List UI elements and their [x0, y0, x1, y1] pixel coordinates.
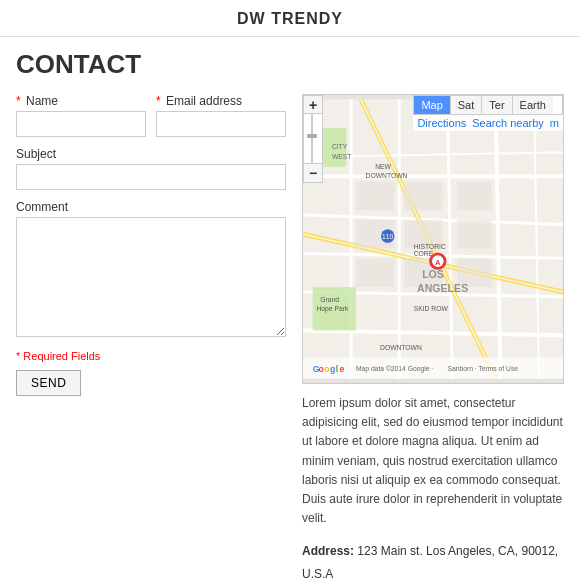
contact-form: * Name * Email address Subject: [16, 94, 286, 582]
svg-text:l: l: [336, 364, 338, 374]
more-link[interactable]: m: [550, 117, 559, 129]
name-input[interactable]: [16, 111, 146, 137]
contact-details: Address: 123 Main st. Los Angeles, CA, 9…: [302, 540, 564, 582]
map-type-buttons: Map Sat Ter Earth: [413, 95, 563, 115]
name-group: * Name: [16, 94, 146, 137]
name-required-star: *: [16, 94, 21, 108]
zoom-in-button[interactable]: +: [304, 96, 322, 114]
svg-text:o: o: [318, 364, 323, 374]
subject-input[interactable]: [16, 164, 286, 190]
svg-rect-23: [457, 181, 492, 210]
svg-rect-17: [356, 181, 395, 210]
svg-text:o: o: [324, 364, 329, 374]
subject-row: Subject: [16, 147, 286, 190]
map-container: LOS ANGELES CITY WEST NEW DOWNTOWN HISTO…: [302, 94, 564, 384]
two-column-layout: * Name * Email address Subject: [16, 94, 564, 582]
svg-rect-21: [356, 258, 395, 287]
svg-text:Map data ©2014 Google ·: Map data ©2014 Google ·: [356, 365, 433, 373]
map-type-map-button[interactable]: Map: [414, 96, 450, 114]
svg-text:Sanborn · Terms of Use: Sanborn · Terms of Use: [447, 365, 518, 372]
svg-text:HISTORIC: HISTORIC: [414, 243, 446, 250]
svg-text:110: 110: [382, 233, 393, 240]
map-toolbar: Map Sat Ter Earth Directions Search near…: [413, 95, 563, 131]
svg-text:A: A: [435, 258, 441, 267]
address-label: Address:: [302, 544, 354, 558]
address-row: Address: 123 Main st. Los Angeles, CA, 9…: [302, 540, 564, 582]
svg-text:g: g: [330, 364, 335, 374]
svg-text:ANGELES: ANGELES: [417, 282, 468, 294]
svg-text:Hope Park: Hope Park: [316, 305, 348, 313]
right-column: LOS ANGELES CITY WEST NEW DOWNTOWN HISTO…: [302, 94, 564, 582]
svg-rect-24: [457, 220, 492, 249]
comment-row: Comment: [16, 200, 286, 340]
email-group: * Email address: [156, 94, 286, 137]
main-content: CONTACT * Name * Email address: [0, 49, 580, 582]
page-title: CONTACT: [16, 49, 564, 80]
svg-text:CITY: CITY: [332, 143, 348, 150]
email-input[interactable]: [156, 111, 286, 137]
svg-text:WEST: WEST: [332, 153, 351, 160]
svg-rect-18: [404, 181, 443, 210]
site-title: DW TRENDY: [237, 10, 343, 27]
send-button[interactable]: SEND: [16, 370, 81, 396]
svg-text:e: e: [340, 364, 345, 374]
svg-text:DOWNTOWN: DOWNTOWN: [366, 172, 408, 179]
search-nearby-link[interactable]: Search nearby: [472, 117, 544, 129]
map-links: Directions Search nearby m: [413, 115, 563, 131]
map-type-sat-button[interactable]: Sat: [451, 96, 483, 114]
email-label: * Email address: [156, 94, 286, 108]
subject-label: Subject: [16, 147, 286, 161]
svg-text:SKID ROW: SKID ROW: [414, 305, 449, 312]
zoom-out-button[interactable]: −: [304, 164, 322, 182]
name-label: * Name: [16, 94, 146, 108]
required-note: * Required Fields: [16, 350, 286, 362]
info-body-text: Lorem ipsum dolor sit amet, consectetur …: [302, 394, 564, 528]
map-type-earth-button[interactable]: Earth: [513, 96, 553, 114]
name-email-row: * Name * Email address: [16, 94, 286, 137]
comment-textarea[interactable]: [16, 217, 286, 337]
svg-text:NEW: NEW: [375, 163, 391, 170]
directions-link[interactable]: Directions: [417, 117, 466, 129]
zoom-controls: + −: [303, 95, 323, 183]
zoom-slider: [304, 114, 322, 164]
email-required-star: *: [156, 94, 161, 108]
svg-text:DOWNTOWN: DOWNTOWN: [380, 344, 422, 351]
map-background: LOS ANGELES CITY WEST NEW DOWNTOWN HISTO…: [303, 95, 563, 383]
map-type-ter-button[interactable]: Ter: [482, 96, 512, 114]
site-header: DW TRENDY: [0, 0, 580, 37]
svg-text:Grand: Grand: [320, 296, 339, 303]
comment-label: Comment: [16, 200, 286, 214]
